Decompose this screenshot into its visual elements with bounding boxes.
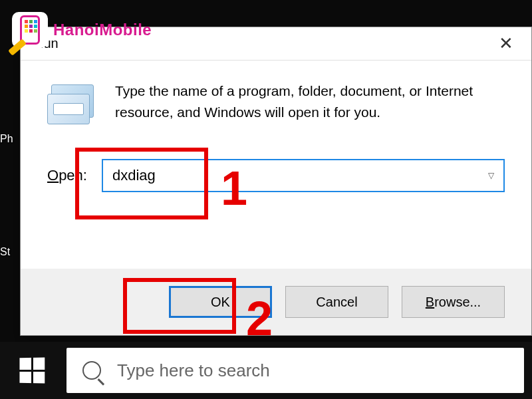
watermark-icon bbox=[12, 12, 48, 48]
windows-logo-icon bbox=[19, 358, 45, 384]
watermark-text: HanoiMobile bbox=[53, 21, 152, 39]
ok-button[interactable]: OK bbox=[169, 286, 272, 318]
close-button[interactable]: ✕ bbox=[486, 29, 526, 59]
run-icon bbox=[47, 84, 99, 126]
close-icon: ✕ bbox=[499, 33, 513, 54]
button-bar: OK Cancel Browse... bbox=[21, 269, 531, 335]
search-placeholder: Type here to search bbox=[117, 360, 270, 381]
start-button[interactable] bbox=[0, 342, 64, 399]
search-icon bbox=[82, 361, 101, 380]
open-input[interactable] bbox=[112, 167, 488, 184]
taskbar-search[interactable]: Type here to search bbox=[66, 348, 524, 393]
watermark-logo: HanoiMobile bbox=[12, 12, 152, 48]
chevron-down-icon[interactable]: ▽ bbox=[488, 171, 494, 180]
open-combobox[interactable]: ▽ bbox=[102, 159, 505, 192]
dialog-description: Type the name of a program, folder, docu… bbox=[115, 80, 505, 122]
taskbar: Type here to search bbox=[0, 342, 532, 399]
open-label: Open: bbox=[47, 167, 87, 184]
desktop-icon-label: St bbox=[0, 246, 10, 258]
cancel-button[interactable]: Cancel bbox=[285, 286, 388, 318]
desktop-icon-label: Ph bbox=[0, 133, 13, 145]
browse-button[interactable]: Browse... bbox=[402, 286, 505, 318]
run-dialog: Run ✕ Type the name of a program, folder… bbox=[20, 27, 532, 336]
